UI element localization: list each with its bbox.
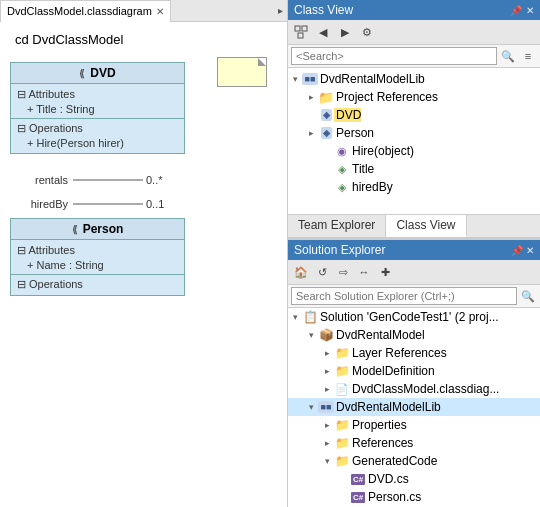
diagram-tab-label: DvdClassModel.classdiagram — [7, 5, 152, 17]
class-view-diagram-btn[interactable] — [291, 22, 311, 42]
uml-class-person-name: Person — [83, 222, 124, 236]
class-tree-item[interactable]: ▸📁Project References — [288, 88, 540, 106]
sol-search-input[interactable] — [291, 287, 517, 305]
person-expand-icon[interactable]: ⟪ — [72, 224, 78, 235]
svg-rect-2 — [295, 26, 300, 31]
diagram-overflow-arrow[interactable]: ▸ — [274, 5, 287, 16]
sol-pin-icon[interactable]: 📌 — [511, 245, 523, 256]
sol-title-icons: 📌 ✕ — [511, 243, 534, 257]
assoc-rentals: rentals 0..* — [18, 174, 277, 186]
class-view-search-btn[interactable]: 🔍 — [499, 47, 517, 65]
diagram-tab[interactable]: DvdClassModel.classdiagram ✕ — [0, 0, 171, 22]
diagram-title: cd DvdClassModel — [15, 32, 277, 47]
class-view-settings-btn[interactable]: ⚙ — [357, 22, 377, 42]
sol-tree-item[interactable]: ▸📁Layer References — [288, 344, 540, 362]
person-operations-header[interactable]: ⊟ Operations — [11, 277, 184, 292]
person-attributes-label: ⊟ Attributes — [17, 244, 75, 257]
dvd-op-hire: + Hire(Person hirer) — [11, 136, 184, 150]
sol-refresh-btn[interactable]: ↺ — [312, 262, 332, 282]
sol-tree-item[interactable]: ▾📋Solution 'GenCodeTest1' (2 proj... — [288, 308, 540, 326]
tab-team-explorer[interactable]: Team Explorer — [288, 215, 386, 237]
svg-rect-4 — [298, 33, 303, 38]
svg-rect-3 — [302, 26, 307, 31]
solution-explorer: Solution Explorer 📌 ✕ 🏠 ↺ ⇨ ↔ ✚ 🔍 ▾📋Solu… — [288, 240, 540, 507]
class-view-sort-btn[interactable]: ≡ — [519, 47, 537, 65]
dvd-attr-title: + Title : String — [11, 102, 184, 116]
dvd-attributes-header[interactable]: ⊟ Attributes — [11, 87, 184, 102]
assoc-hiredby: hiredBy 0..1 — [18, 198, 277, 210]
tab-class-view[interactable]: Class View — [386, 215, 466, 237]
class-view-title-bar: Class View 📌 ✕ — [288, 0, 540, 20]
dvd-operations-label: ⊟ Operations — [17, 122, 83, 135]
uml-class-dvd-header: ⟪ DVD — [11, 63, 184, 84]
class-view-toolbar: ◀ ▶ ⚙ — [288, 20, 540, 45]
association-lines: rentals 0..* hiredBy 0..1 — [18, 174, 277, 210]
class-view-search-input[interactable] — [291, 47, 497, 65]
sol-tree-item[interactable]: ▸📄DvdClassModel.classdiag... — [288, 380, 540, 398]
sol-tree-item[interactable]: ▾📁GeneratedCode — [288, 452, 540, 470]
uml-class-person-header: ⟪ Person — [11, 219, 184, 240]
solution-explorer-title: Solution Explorer — [294, 243, 385, 257]
sol-tree-item[interactable]: C#DVD.cs — [288, 470, 540, 488]
person-divider — [11, 274, 184, 275]
class-view-forward-btn[interactable]: ▶ — [335, 22, 355, 42]
dvd-operations-header[interactable]: ⊟ Operations — [11, 121, 184, 136]
class-view-pin-icon[interactable]: 📌 — [510, 5, 522, 16]
sol-tree-item[interactable]: C#Person.cs — [288, 488, 540, 506]
sol-tree-item[interactable]: ▸📁Properties — [288, 416, 540, 434]
solution-explorer-tree: ▾📋Solution 'GenCodeTest1' (2 proj...▾📦Dv… — [288, 308, 540, 507]
sol-new-btn[interactable]: ✚ — [375, 262, 395, 282]
uml-class-person[interactable]: ⟪ Person ⊟ Attributes + Name : String ⊟ … — [10, 218, 185, 296]
class-view-title: Class View — [294, 3, 353, 17]
assoc-rentals-label: rentals — [18, 174, 73, 186]
sol-collapse-btn[interactable]: ↔ — [354, 262, 374, 282]
dvd-expand-icon[interactable]: ⟪ — [79, 68, 85, 79]
class-tree-item[interactable]: ▸◈Person — [288, 124, 540, 142]
solution-explorer-title-bar: Solution Explorer 📌 ✕ — [288, 240, 540, 260]
person-attributes-header[interactable]: ⊟ Attributes — [11, 243, 184, 258]
class-tree-item[interactable]: ◈Title — [288, 160, 540, 178]
assoc-hiredby-label: hiredBy — [18, 198, 73, 210]
class-tree-item[interactable]: ▾■■DvdRentalModelLib — [288, 70, 540, 88]
class-tree-item[interactable]: ◈DVD — [288, 106, 540, 124]
right-panel: Class View 📌 ✕ ◀ ▶ ⚙ 🔍 ≡ ▾■■DvdRentalMod… — [288, 0, 540, 507]
sol-close-icon[interactable]: ✕ — [526, 245, 534, 256]
uml-class-person-body: ⊟ Attributes + Name : String ⊟ Operation… — [11, 240, 184, 295]
dvd-divider — [11, 118, 184, 119]
solution-explorer-search-row: 🔍 — [288, 285, 540, 308]
class-tree-item[interactable]: ◈hiredBy — [288, 178, 540, 196]
class-view-tabs: Team Explorer Class View — [288, 214, 540, 238]
uml-class-dvd-body: ⊟ Attributes + Title : String ⊟ Operatio… — [11, 84, 184, 153]
dvd-attributes-label: ⊟ Attributes — [17, 88, 75, 101]
diagram-tab-bar: DvdClassModel.classdiagram ✕ ▸ — [0, 0, 287, 22]
assoc-rentals-mult: 0..* — [143, 174, 173, 186]
class-view-search-row: 🔍 ≡ — [288, 45, 540, 68]
uml-note — [217, 57, 267, 87]
assoc-rentals-line — [73, 176, 143, 184]
class-view-panel: Class View 📌 ✕ ◀ ▶ ⚙ 🔍 ≡ ▾■■DvdRentalMod… — [288, 0, 540, 240]
uml-class-dvd[interactable]: ⟪ DVD ⊟ Attributes + Title : String ⊟ Op… — [10, 62, 185, 154]
person-attr-name: + Name : String — [11, 258, 184, 272]
sol-search-btn[interactable]: 🔍 — [519, 287, 537, 305]
sol-properties-btn[interactable]: 🏠 — [291, 262, 311, 282]
class-view-close-icon[interactable]: ✕ — [526, 5, 534, 16]
person-operations-label: ⊟ Operations — [17, 278, 83, 291]
sol-filter-btn[interactable]: ⇨ — [333, 262, 353, 282]
class-view-title-icons: 📌 ✕ — [510, 5, 534, 16]
solution-explorer-toolbar: 🏠 ↺ ⇨ ↔ ✚ — [288, 260, 540, 285]
diagram-panel: DvdClassModel.classdiagram ✕ ▸ cd DvdCla… — [0, 0, 288, 507]
class-tree-item[interactable]: ◉Hire(object) — [288, 142, 540, 160]
assoc-hiredby-mult: 0..1 — [143, 198, 173, 210]
sol-tree-item[interactable]: ▾■■DvdRentalModelLib — [288, 398, 540, 416]
assoc-hiredby-line — [73, 200, 143, 208]
uml-class-dvd-name: DVD — [90, 66, 115, 80]
class-view-back-btn[interactable]: ◀ — [313, 22, 333, 42]
sol-tree-item[interactable]: ▸📁ModelDefinition — [288, 362, 540, 380]
diagram-content: cd DvdClassModel ⟪ DVD ⊟ Attributes + Ti… — [0, 22, 287, 507]
sol-tree-item[interactable]: ▾📦DvdRentalModel — [288, 326, 540, 344]
class-view-tree: ▾■■DvdRentalModelLib▸📁Project References… — [288, 68, 540, 214]
diagram-tab-pin[interactable]: ✕ — [156, 6, 164, 17]
sol-tree-item[interactable]: ▸📁References — [288, 434, 540, 452]
